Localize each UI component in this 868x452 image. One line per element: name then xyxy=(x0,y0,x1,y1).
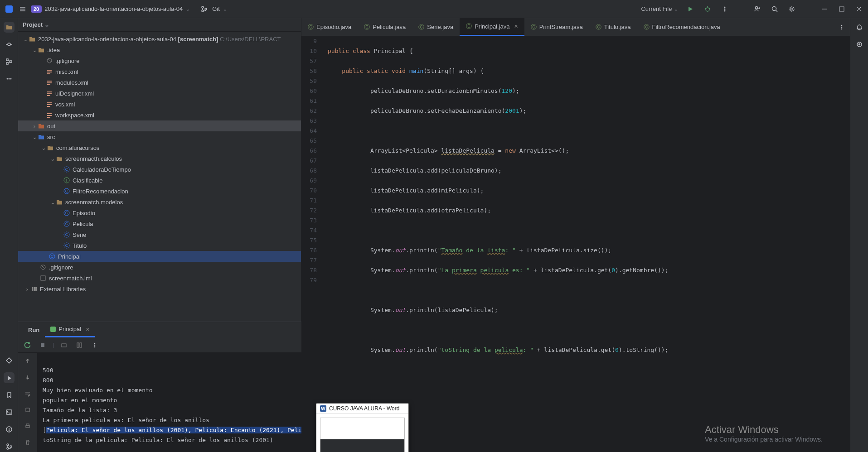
tab-pelicula[interactable]: ⒸPelicula.java xyxy=(358,18,412,36)
down-icon[interactable] xyxy=(22,372,33,383)
tab-titulo[interactable]: ⒸTitulo.java xyxy=(589,18,637,36)
svg-point-41 xyxy=(9,431,9,431)
run-tool-label[interactable]: Run xyxy=(23,322,45,337)
run-config-selector[interactable]: Current File ⌄ xyxy=(641,5,679,12)
close-run-tab-icon[interactable]: × xyxy=(86,326,89,333)
tab-filtro[interactable]: ⒸFiltroRecomendacion.java xyxy=(637,18,727,36)
code-editor[interactable]: ✓ 13 ˆ⌄ 91057585960616263646566676869707… xyxy=(301,36,850,452)
tab-episodio[interactable]: ⒸEpisodio.java xyxy=(301,18,358,36)
tree-file[interactable]: .gitignore xyxy=(18,262,301,273)
close-window-icon[interactable] xyxy=(853,4,864,14)
trash-icon[interactable] xyxy=(22,437,33,448)
maximize-icon[interactable] xyxy=(836,4,847,14)
project-dropdown-icon[interactable]: ⌄ xyxy=(185,5,190,12)
run-more-icon[interactable] xyxy=(89,340,100,351)
svg-point-34 xyxy=(8,78,10,80)
svg-rect-73 xyxy=(41,343,44,347)
tree-package[interactable]: ⌄screenmacth.calculos xyxy=(18,153,301,164)
svg-point-12 xyxy=(724,6,726,8)
taskbar-preview[interactable]: W CURSO JAVA ALURA - Word xyxy=(316,403,409,452)
more-icon[interactable] xyxy=(719,4,730,14)
tree-class-principal[interactable]: CPrincipal xyxy=(18,251,301,262)
vcs-tool-icon[interactable] xyxy=(4,441,15,452)
svg-point-71 xyxy=(841,28,843,29)
settings-icon[interactable] xyxy=(786,4,797,14)
git-dropdown-icon[interactable]: ⌄ xyxy=(223,5,228,12)
project-tool-icon[interactable] xyxy=(4,22,15,33)
branch-icon[interactable] xyxy=(199,4,209,14)
scroll-end-icon[interactable] xyxy=(22,404,33,415)
tree-folder-src[interactable]: ⌄src xyxy=(18,131,301,142)
project-name-label[interactable]: 2032-java-aplicando-la-orientacion-a-obj… xyxy=(44,5,183,12)
svg-rect-22 xyxy=(839,7,844,11)
terminal-tool-icon[interactable] xyxy=(4,407,15,418)
tree-class[interactable]: CEpisodio xyxy=(18,207,301,218)
run-icon[interactable] xyxy=(685,4,696,14)
svg-point-13 xyxy=(724,8,726,10)
close-tab-icon[interactable]: × xyxy=(514,23,518,30)
tree-folder-out[interactable]: ›out xyxy=(18,120,301,131)
layout-icon[interactable] xyxy=(74,340,85,351)
more-tools-icon[interactable] xyxy=(4,73,15,84)
rerun-icon[interactable] xyxy=(22,340,33,351)
debug-icon[interactable] xyxy=(702,4,713,14)
tree-file[interactable]: modules.xml xyxy=(18,77,301,88)
svg-point-15 xyxy=(756,6,758,9)
tree-interface[interactable]: IClasificable xyxy=(18,175,301,186)
code-area[interactable]: public class Principal { public static v… xyxy=(324,36,850,452)
tree-file[interactable]: .gitignore xyxy=(18,55,301,66)
svg-text:C: C xyxy=(65,221,68,226)
svg-rect-38 xyxy=(6,410,12,414)
search-icon[interactable] xyxy=(769,4,780,14)
tree-file[interactable]: uiDesigner.xml xyxy=(18,88,301,99)
attach-icon[interactable] xyxy=(58,340,69,351)
svg-text:I: I xyxy=(66,178,68,183)
print-icon[interactable] xyxy=(22,421,33,432)
structure-tool-icon[interactable] xyxy=(4,56,15,67)
tree-class[interactable]: CSerie xyxy=(18,229,301,240)
svg-point-4 xyxy=(202,6,204,8)
tree-root[interactable]: ⌄2032-java-aplicando-la-orientacion-a-ob… xyxy=(18,34,301,44)
tree-class[interactable]: CTitulo xyxy=(18,240,301,251)
tab-principal[interactable]: ⒸPrincipal.java× xyxy=(460,18,524,36)
minimize-icon[interactable] xyxy=(819,4,830,14)
code-with-me-icon[interactable] xyxy=(752,4,763,14)
tree-package[interactable]: ⌄screenmatch.modelos xyxy=(18,197,301,207)
app-icon[interactable] xyxy=(4,4,15,14)
git-label[interactable]: Git xyxy=(212,5,220,12)
tree-external-libs[interactable]: ›External Libraries xyxy=(18,284,301,294)
tree-file[interactable]: vcs.xml xyxy=(18,99,301,110)
svg-point-18 xyxy=(772,6,776,10)
wrap-icon[interactable] xyxy=(22,388,33,399)
tree-folder-idea[interactable]: ⌄.idea xyxy=(18,44,301,55)
tree-class[interactable]: CCalculadoraDeTiempo xyxy=(18,164,301,175)
svg-point-35 xyxy=(10,78,11,80)
tab-overflow-icon[interactable] xyxy=(836,22,847,33)
project-panel-header[interactable]: Project ⌄ xyxy=(18,18,301,32)
commit-tool-icon[interactable] xyxy=(4,39,15,50)
svg-marker-36 xyxy=(6,358,12,363)
stop-icon[interactable] xyxy=(37,340,48,351)
taskbar-preview-thumbnail[interactable] xyxy=(320,418,405,452)
tab-serie[interactable]: ⒸSerie.java xyxy=(412,18,460,36)
project-panel: Project ⌄ ⌄2032-java-aplicando-la-orient… xyxy=(18,18,301,322)
run-config-tab[interactable]: Principal × xyxy=(45,322,95,337)
services-tool-icon[interactable] xyxy=(4,355,15,366)
notifications-icon[interactable] xyxy=(854,22,865,33)
bookmarks-tool-icon[interactable] xyxy=(4,389,15,400)
up-icon[interactable] xyxy=(22,356,33,366)
main-menu-icon[interactable] xyxy=(17,4,28,14)
ai-assistant-icon[interactable] xyxy=(854,39,865,50)
tree-class[interactable]: CPelicula xyxy=(18,218,301,229)
run-tool-icon[interactable] xyxy=(4,372,15,383)
svg-point-79 xyxy=(94,346,96,347)
svg-rect-72 xyxy=(50,327,56,332)
tree-package[interactable]: ⌄com.aluracursos xyxy=(18,142,301,153)
tree-file[interactable]: screenmatch.iml xyxy=(18,273,301,284)
project-tree[interactable]: ⌄2032-java-aplicando-la-orientacion-a-ob… xyxy=(18,32,301,322)
tree-file[interactable]: workspace.xml xyxy=(18,110,301,120)
tree-class[interactable]: CFiltroRecomendacion xyxy=(18,186,301,197)
tab-printstream[interactable]: ⒸPrintStream.java xyxy=(524,18,589,36)
tree-file[interactable]: misc.xml xyxy=(18,66,301,77)
problems-tool-icon[interactable] xyxy=(4,424,15,435)
